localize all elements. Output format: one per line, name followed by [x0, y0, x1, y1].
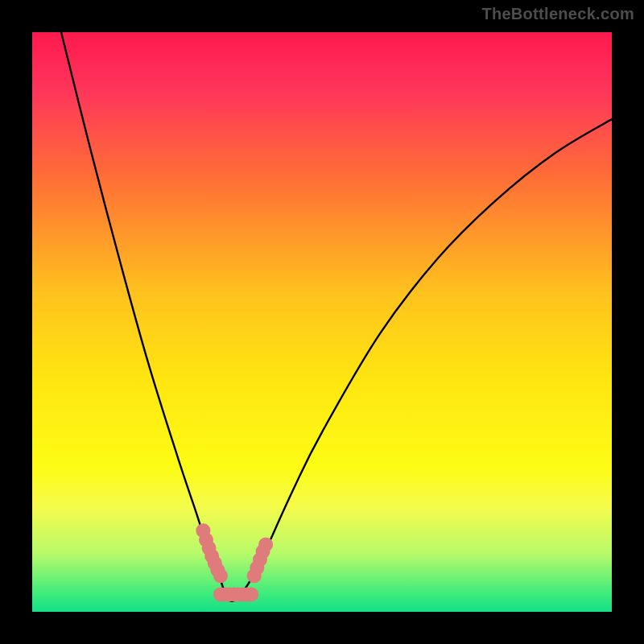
chart-svg — [32, 32, 612, 612]
highlight-dot — [244, 587, 258, 601]
highlight-dot — [213, 568, 228, 583]
plot-area — [32, 32, 612, 612]
background-gradient — [32, 32, 612, 612]
chart-frame: TheBottleneck.com — [0, 0, 644, 644]
watermark-text: TheBottleneck.com — [481, 5, 634, 23]
highlight-dot — [258, 537, 273, 551]
